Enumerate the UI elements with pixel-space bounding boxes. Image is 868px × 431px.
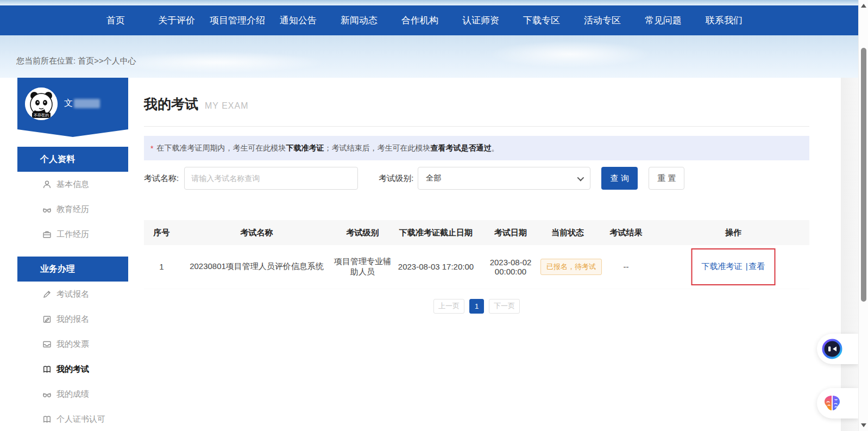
chevron-down-icon — [577, 174, 584, 181]
notice-text: ；考试结束后，考生可在此模块 — [324, 143, 430, 153]
nav-item-faq[interactable]: 常见问题 — [633, 14, 694, 27]
nav-item-contact[interactable]: 联系我们 — [694, 14, 754, 27]
glasses-icon — [42, 390, 52, 399]
sidebar-item-exam-registration[interactable]: 考试报名 — [17, 282, 128, 307]
cloud-decoration — [109, 52, 326, 73]
nav-item-home[interactable]: 首页 — [85, 14, 146, 27]
ai-brain-icon — [822, 393, 842, 414]
user-banner: 不存在的 文 — [17, 78, 128, 129]
exam-level-selected-value: 全部 — [426, 173, 441, 183]
pencil-icon — [42, 290, 52, 299]
exam-name-label: 考试名称: — [144, 173, 179, 184]
sidebar-item-label: 我的成绩 — [56, 389, 89, 399]
ai-brain-button[interactable] — [817, 388, 858, 418]
sidebar-item-basic-info[interactable]: 基本信息 — [17, 172, 128, 197]
status-badge: 已报名，待考试 — [540, 259, 602, 275]
sidebar-item-label: 工作经历 — [56, 229, 89, 240]
sidebar-item-label: 考试报名 — [56, 289, 89, 299]
sidebar-item-label: 我的发票 — [56, 339, 89, 349]
download-ticket-link[interactable]: 下载准考证 — [701, 261, 742, 271]
table-row: 1 20230801项目管理人员评价信息系统 项目管理专业辅助人员 2023-0… — [144, 245, 809, 289]
col-exam-date: 考试日期 — [481, 220, 540, 245]
exam-level-select[interactable]: 全部 — [418, 167, 590, 190]
breadcrumb: 您当前所在位置: 首页>>个人中心 — [16, 56, 136, 66]
cloud-decoration — [489, 41, 652, 68]
username-redacted — [74, 99, 100, 108]
search-button[interactable]: 查 询 — [601, 167, 638, 190]
cell-ticket-deadline: 2023-08-03 17:20:00 — [391, 245, 481, 289]
sidebar-section-business: 业务办理 — [17, 257, 128, 282]
filter-bar: 考试名称: 考试级别: 全部 查 询 重 置 — [144, 167, 809, 190]
page-subtitle: MY EXAM — [205, 101, 249, 111]
col-exam-level: 考试级别 — [334, 220, 391, 245]
nav-item-partners[interactable]: 合作机构 — [389, 14, 450, 27]
reset-button[interactable]: 重 置 — [649, 167, 684, 190]
sidebar-item-label: 教育经历 — [56, 204, 89, 215]
sidebar-item-work-history[interactable]: 工作经历 — [17, 222, 128, 247]
exams-table: 序号 考试名称 考试级别 下载准考证截止日期 考试日期 当前状态 考试结果 操作… — [144, 220, 809, 289]
nav-item-announcements[interactable]: 通知公告 — [268, 14, 329, 27]
sidebar-item-education[interactable]: 教育经历 — [17, 197, 128, 222]
notice-text: 在下载准考证周期内，考生可在此模块 — [156, 143, 286, 153]
notice-text: 。 — [491, 143, 499, 153]
notice-bold-result: 查看考试是否通过 — [430, 143, 491, 153]
main-content: 我的考试 MY EXAM * 在下载准考证周期内，考生可在此模块 下载准考证 ；… — [128, 78, 842, 314]
col-actions: 操作 — [657, 220, 809, 245]
nav-item-downloads[interactable]: 下载专区 — [511, 14, 572, 27]
cell-exam-level: 项目管理专业辅助人员 — [334, 245, 391, 289]
ai-robot-icon — [822, 339, 842, 359]
prev-page-button[interactable]: 上一页 — [433, 299, 464, 314]
nav-item-certified-teachers[interactable]: 认证师资 — [450, 14, 511, 27]
invoice-icon — [42, 340, 52, 349]
table-header-row: 序号 考试名称 考试级别 下载准考证截止日期 考试日期 当前状态 考试结果 操作 — [144, 220, 809, 245]
nav-item-pm-intro[interactable]: 项目管理介绍 — [207, 14, 268, 27]
cell-result: -- — [595, 245, 657, 289]
next-page-button[interactable]: 下一页 — [489, 299, 520, 314]
sidebar-item-label: 我的考试 — [56, 364, 89, 374]
col-seq: 序号 — [144, 220, 179, 245]
sidebar-item-label: 基本信息 — [56, 179, 89, 190]
required-asterisk: * — [150, 144, 153, 153]
glasses-icon — [42, 205, 52, 214]
page-title: 我的考试 — [144, 95, 198, 113]
sidebar-item-my-scores[interactable]: 我的成绩 — [17, 382, 128, 407]
scroll-down-arrow-icon[interactable] — [861, 423, 866, 427]
view-link[interactable]: 查看 — [749, 261, 765, 271]
page-body: 不存在的 文 个人资料 基本信息 教育经历 工作经历 — [0, 78, 868, 431]
page-1-button[interactable]: 1 — [469, 299, 484, 314]
sidebar: 不存在的 文 个人资料 基本信息 教育经历 工作经历 — [17, 78, 128, 431]
vertical-scrollbar[interactable] — [858, 0, 868, 431]
cell-exam-name: 20230801项目管理人员评价信息系统 — [179, 245, 334, 289]
col-status: 当前状态 — [540, 220, 595, 245]
book-icon — [42, 365, 52, 374]
cell-exam-date: 2023-08-02 00:00:00 — [481, 245, 540, 289]
sidebar-item-certificate-recognition[interactable]: 个人证书认可 — [17, 407, 128, 431]
sidebar-item-my-invoices[interactable]: 我的发票 — [17, 332, 128, 357]
nav-item-news[interactable]: 新闻动态 — [329, 14, 389, 27]
avatar-caption: 不存在的 — [32, 113, 51, 118]
scroll-up-arrow-icon[interactable] — [861, 4, 866, 8]
nav-item-about[interactable]: 关于评价 — [146, 14, 207, 27]
edit-note-icon — [42, 315, 52, 324]
window-top-edge — [0, 0, 868, 5]
sidebar-item-my-exams[interactable]: 我的考试 — [17, 357, 128, 382]
cell-seq: 1 — [144, 245, 179, 289]
page-head: 我的考试 MY EXAM — [144, 78, 809, 127]
ai-assistant-button[interactable] — [817, 334, 858, 364]
sidebar-item-my-registration[interactable]: 我的报名 — [17, 307, 128, 332]
username: 文 — [64, 98, 100, 109]
col-ticket-deadline: 下载准考证截止日期 — [391, 220, 481, 245]
sidebar-item-label: 我的报名 — [56, 314, 89, 324]
cell-actions: 下载准考证 |查看 — [657, 245, 809, 289]
sidebar-item-label: 个人证书认可 — [56, 414, 105, 424]
exam-name-input[interactable] — [184, 167, 358, 190]
main-navigation: 首页 关于评价 项目管理介绍 通知公告 新闻动态 合作机构 认证师资 下载专区 … — [0, 5, 868, 35]
scrollbar-thumb[interactable] — [861, 48, 866, 302]
col-result: 考试结果 — [595, 220, 657, 245]
briefcase-icon — [42, 230, 52, 239]
cell-status: 已报名，待考试 — [540, 245, 595, 289]
right-edge-strip — [841, 78, 858, 431]
col-exam-name: 考试名称 — [179, 220, 334, 245]
exam-level-label: 考试级别: — [379, 173, 413, 184]
nav-item-activities[interactable]: 活动专区 — [572, 14, 633, 27]
